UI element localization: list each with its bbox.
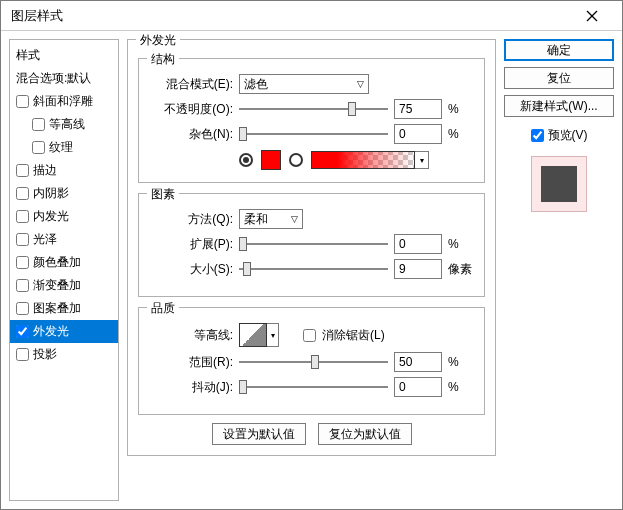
group-legend: 外发光 bbox=[136, 32, 180, 49]
contour-label: 等高线: bbox=[151, 327, 233, 344]
noise-label: 杂色(N): bbox=[151, 126, 233, 143]
drop-shadow-checkbox[interactable] bbox=[16, 348, 29, 361]
range-label: 范围(R): bbox=[151, 354, 233, 371]
blend-mode-select[interactable]: 滤色 ▽ bbox=[239, 74, 369, 94]
sidebar-item-gradient-overlay[interactable]: 渐变叠加 bbox=[10, 274, 118, 297]
quality-subgroup: 品质 等高线: ▾ 消除锯齿(L) 范围(R): bbox=[138, 307, 485, 415]
spread-input[interactable]: 0 bbox=[394, 234, 442, 254]
gradient-radio[interactable] bbox=[289, 153, 303, 167]
sidebar-item-label: 内阴影 bbox=[33, 185, 69, 202]
window-title: 图层样式 bbox=[11, 7, 572, 25]
spread-slider[interactable] bbox=[239, 236, 388, 252]
settings-panel: 外发光 结构 混合模式(E): 滤色 ▽ 不透明度(O): 75 bbox=[127, 39, 496, 501]
sidebar-item-outer-glow[interactable]: 外发光 bbox=[10, 320, 118, 343]
close-button[interactable] bbox=[572, 1, 612, 30]
range-unit: % bbox=[448, 355, 472, 369]
technique-value: 柔和 bbox=[244, 211, 268, 228]
new-style-button[interactable]: 新建样式(W)... bbox=[504, 95, 614, 117]
technique-select[interactable]: 柔和 ▽ bbox=[239, 209, 303, 229]
opacity-slider[interactable] bbox=[239, 101, 388, 117]
sidebar-item-label: 等高线 bbox=[49, 116, 85, 133]
noise-slider[interactable] bbox=[239, 126, 388, 142]
solid-color-radio[interactable] bbox=[239, 153, 253, 167]
sidebar-item-stroke[interactable]: 描边 bbox=[10, 159, 118, 182]
size-input[interactable]: 9 bbox=[394, 259, 442, 279]
technique-label: 方法(Q): bbox=[151, 211, 233, 228]
color-swatch[interactable] bbox=[261, 150, 281, 170]
size-slider[interactable] bbox=[239, 261, 388, 277]
noise-unit: % bbox=[448, 127, 472, 141]
structure-legend: 结构 bbox=[147, 51, 179, 68]
contour-picker[interactable] bbox=[239, 323, 267, 347]
opacity-unit: % bbox=[448, 102, 472, 116]
antialias-checkbox[interactable] bbox=[303, 329, 316, 342]
blend-mode-label: 混合模式(E): bbox=[151, 76, 233, 93]
content: 样式 混合选项:默认 斜面和浮雕 等高线 纹理 描边 内阴影 内发光 光泽 颜色… bbox=[1, 31, 622, 509]
bevel-checkbox[interactable] bbox=[16, 95, 29, 108]
sidebar-item-contour[interactable]: 等高线 bbox=[10, 113, 118, 136]
sidebar-blend-options[interactable]: 混合选项:默认 bbox=[10, 67, 118, 90]
reset-button[interactable]: 复位 bbox=[504, 67, 614, 89]
color-overlay-checkbox[interactable] bbox=[16, 256, 29, 269]
pattern-overlay-checkbox[interactable] bbox=[16, 302, 29, 315]
style-sidebar: 样式 混合选项:默认 斜面和浮雕 等高线 纹理 描边 内阴影 内发光 光泽 颜色… bbox=[9, 39, 119, 501]
spread-unit: % bbox=[448, 237, 472, 251]
dialog-window: 图层样式 样式 混合选项:默认 斜面和浮雕 等高线 纹理 描边 内阴影 内发光 … bbox=[0, 0, 623, 510]
sidebar-item-label: 颜色叠加 bbox=[33, 254, 81, 271]
jitter-unit: % bbox=[448, 380, 472, 394]
inner-shadow-checkbox[interactable] bbox=[16, 187, 29, 200]
jitter-input[interactable]: 0 bbox=[394, 377, 442, 397]
preview-inner bbox=[541, 166, 577, 202]
texture-checkbox[interactable] bbox=[32, 141, 45, 154]
antialias-label: 消除锯齿(L) bbox=[322, 327, 385, 344]
chevron-down-icon: ▽ bbox=[357, 79, 364, 89]
sidebar-item-drop-shadow[interactable]: 投影 bbox=[10, 343, 118, 366]
preview-box bbox=[531, 156, 587, 212]
chevron-down-icon: ▽ bbox=[291, 214, 298, 224]
outer-glow-group: 外发光 结构 混合模式(E): 滤色 ▽ 不透明度(O): 75 bbox=[127, 39, 496, 456]
satin-checkbox[interactable] bbox=[16, 233, 29, 246]
make-default-button[interactable]: 设置为默认值 bbox=[212, 423, 306, 445]
opacity-input[interactable]: 75 bbox=[394, 99, 442, 119]
sidebar-item-satin[interactable]: 光泽 bbox=[10, 228, 118, 251]
sidebar-item-label: 光泽 bbox=[33, 231, 57, 248]
right-panel: 确定 复位 新建样式(W)... 预览(V) bbox=[504, 39, 614, 501]
opacity-label: 不透明度(O): bbox=[151, 101, 233, 118]
quality-legend: 品质 bbox=[147, 300, 179, 317]
sidebar-item-bevel[interactable]: 斜面和浮雕 bbox=[10, 90, 118, 113]
preview-label: 预览(V) bbox=[548, 127, 588, 144]
blend-mode-value: 滤色 bbox=[244, 76, 268, 93]
gradient-picker[interactable] bbox=[311, 151, 415, 169]
gradient-overlay-checkbox[interactable] bbox=[16, 279, 29, 292]
sidebar-item-label: 斜面和浮雕 bbox=[33, 93, 93, 110]
inner-glow-checkbox[interactable] bbox=[16, 210, 29, 223]
contour-checkbox[interactable] bbox=[32, 118, 45, 131]
structure-subgroup: 结构 混合模式(E): 滤色 ▽ 不透明度(O): 75 % bbox=[138, 58, 485, 183]
size-label: 大小(S): bbox=[151, 261, 233, 278]
size-unit: 像素 bbox=[448, 261, 472, 278]
outer-glow-checkbox[interactable] bbox=[16, 325, 29, 338]
sidebar-item-label: 图案叠加 bbox=[33, 300, 81, 317]
jitter-slider[interactable] bbox=[239, 379, 388, 395]
ok-button[interactable]: 确定 bbox=[504, 39, 614, 61]
sidebar-item-texture[interactable]: 纹理 bbox=[10, 136, 118, 159]
preview-checkbox[interactable] bbox=[531, 129, 544, 142]
gradient-dropdown[interactable]: ▾ bbox=[415, 151, 429, 169]
sidebar-item-inner-shadow[interactable]: 内阴影 bbox=[10, 182, 118, 205]
stroke-checkbox[interactable] bbox=[16, 164, 29, 177]
elements-subgroup: 图素 方法(Q): 柔和 ▽ 扩展(P): 0 % bbox=[138, 193, 485, 297]
jitter-label: 抖动(J): bbox=[151, 379, 233, 396]
sidebar-item-pattern-overlay[interactable]: 图案叠加 bbox=[10, 297, 118, 320]
reset-default-button[interactable]: 复位为默认值 bbox=[318, 423, 412, 445]
range-slider[interactable] bbox=[239, 354, 388, 370]
sidebar-item-label: 渐变叠加 bbox=[33, 277, 81, 294]
titlebar: 图层样式 bbox=[1, 1, 622, 31]
noise-input[interactable]: 0 bbox=[394, 124, 442, 144]
range-input[interactable]: 50 bbox=[394, 352, 442, 372]
sidebar-item-label: 纹理 bbox=[49, 139, 73, 156]
sidebar-item-color-overlay[interactable]: 颜色叠加 bbox=[10, 251, 118, 274]
contour-dropdown[interactable]: ▾ bbox=[267, 323, 279, 347]
elements-legend: 图素 bbox=[147, 186, 179, 203]
sidebar-item-inner-glow[interactable]: 内发光 bbox=[10, 205, 118, 228]
sidebar-item-label: 内发光 bbox=[33, 208, 69, 225]
